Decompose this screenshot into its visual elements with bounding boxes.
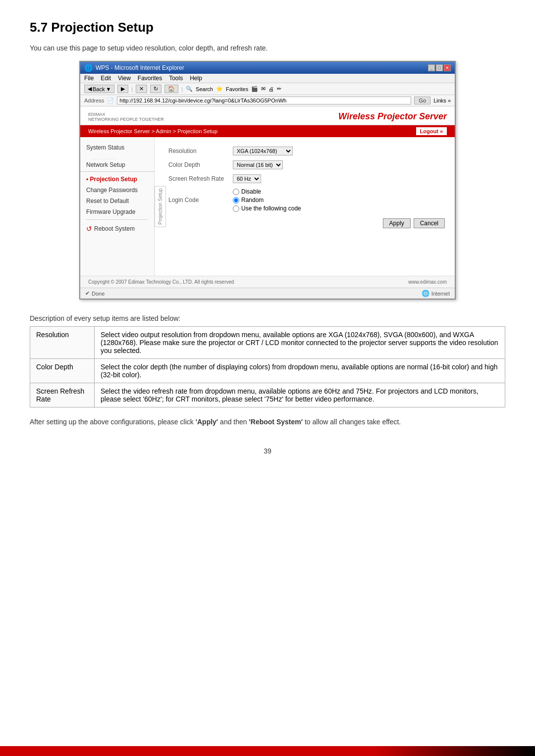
description-section: Description of every setup items are lis… bbox=[30, 314, 505, 407]
footer-right: 🌐 Internet bbox=[392, 290, 450, 297]
sidebar-divider bbox=[86, 219, 148, 220]
intro-text: You can use this page to setup video res… bbox=[30, 44, 505, 52]
radio-custom[interactable] bbox=[233, 205, 239, 212]
radio-custom-item: Use the following code bbox=[233, 205, 441, 212]
stop-button[interactable]: ✕ bbox=[136, 85, 147, 93]
search-icon: 🔍 bbox=[186, 86, 193, 92]
sidebar-item-reset-default[interactable]: Reset to Default bbox=[80, 196, 154, 206]
globe-icon: 🌐 bbox=[422, 290, 429, 297]
radio-custom-label: Use the following code bbox=[241, 205, 301, 212]
breadcrumb: Wireless Projector Server > Admin > Proj… bbox=[88, 128, 217, 134]
refresh-button[interactable]: ↻ bbox=[150, 85, 161, 93]
color-depth-select[interactable]: Normal (16 bit)High (32 bit) bbox=[233, 160, 283, 169]
main-layout: System Status . . . . . . . . Network Se… bbox=[80, 137, 455, 276]
forward-button[interactable]: ▶ bbox=[117, 85, 128, 93]
print-icon: 🖨 bbox=[268, 86, 274, 92]
sidebar: System Status . . . . . . . . Network Se… bbox=[80, 137, 155, 276]
projection-setup-banner: Projection Setup bbox=[155, 186, 166, 227]
login-code-cell: Disable Random Use the following code bbox=[229, 186, 445, 214]
edimax-copyright: Copyright © 2007 Edimax Technology Co., … bbox=[80, 276, 455, 288]
desc-row-color-depth: Color Depth Select the color depth (the … bbox=[30, 359, 505, 383]
menu-file[interactable]: File bbox=[84, 75, 94, 82]
maximize-button[interactable]: □ bbox=[436, 64, 443, 71]
browser-footer: ✔ Done 🌐 Internet bbox=[80, 288, 455, 299]
menu-view[interactable]: View bbox=[118, 75, 131, 82]
resolution-row: Resolution XGA (1024x768)SVGA (800x600)W… bbox=[164, 144, 445, 158]
desc-intro: Description of every setup items are lis… bbox=[30, 314, 505, 322]
status-icon: ✔ bbox=[85, 290, 90, 297]
media-icon: 🎬 bbox=[251, 86, 258, 92]
radio-random[interactable] bbox=[233, 197, 239, 203]
internet-indicator: 🌐 Internet bbox=[422, 290, 450, 297]
refresh-rate-row: Screen Refresh Rate 60 Hz75 Hz bbox=[164, 172, 445, 186]
toolbar-sep2: | bbox=[181, 86, 183, 92]
page-title: 5.7 Projection Setup bbox=[30, 20, 505, 35]
refresh-rate-label: Screen Refresh Rate bbox=[164, 172, 229, 186]
browser-title: WPS - Microsoft Internet Explorer bbox=[96, 64, 184, 71]
sidebar-item-firmware-upgrade[interactable]: Firmware Upgrade bbox=[80, 206, 154, 217]
links-label: Links » bbox=[433, 98, 451, 103]
sidebar-item-system-status[interactable]: System Status bbox=[80, 142, 154, 153]
resolution-select[interactable]: XGA (1024x768)SVGA (800x600)WXGA (1280x7… bbox=[233, 147, 293, 155]
toolbar-sep1: | bbox=[131, 86, 133, 92]
browser-status: ✔ Done bbox=[85, 290, 105, 297]
logout-button[interactable]: Logout » bbox=[416, 127, 447, 135]
menu-help[interactable]: Help bbox=[190, 75, 202, 82]
radio-random-label: Random bbox=[241, 197, 264, 203]
proj-setup-bullet: • bbox=[86, 176, 90, 183]
dropdown-arrow-icon: ▼ bbox=[106, 86, 111, 92]
desc-term-color-depth: Color Depth bbox=[30, 359, 95, 383]
close-button[interactable]: ✕ bbox=[444, 64, 451, 71]
minimize-button[interactable]: _ bbox=[428, 64, 435, 71]
radio-random-item: Random bbox=[233, 197, 441, 203]
login-code-radio-group: Disable Random Use the following code bbox=[233, 188, 441, 212]
edit-icon: ✏ bbox=[277, 86, 281, 92]
menu-favorites[interactable]: Favorites bbox=[138, 75, 162, 82]
desc-text-color-depth: Select the color depth (the number of di… bbox=[95, 359, 505, 383]
description-table: Resolution Select video output resolutio… bbox=[30, 326, 505, 407]
titlebar-buttons[interactable]: _ □ ✕ bbox=[428, 64, 451, 71]
menu-edit[interactable]: Edit bbox=[101, 75, 111, 82]
radio-disable-item: Disable bbox=[233, 188, 441, 195]
color-depth-row: Color Depth Normal (16 bit)High (32 bit) bbox=[164, 158, 445, 172]
browser-address: Address 📄 Go Links » bbox=[80, 95, 455, 106]
home-button[interactable]: 🏠 bbox=[164, 85, 178, 93]
copyright-text: Copyright © 2007 Edimax Technology Co., … bbox=[88, 279, 234, 285]
apply-button[interactable]: Apply bbox=[383, 218, 411, 228]
reboot-label: Reboot System bbox=[94, 225, 135, 232]
sidebar-reboot[interactable]: ↺ Reboot System bbox=[80, 222, 154, 236]
titlebar-left: 🌐 WPS - Microsoft Internet Explorer bbox=[84, 64, 184, 72]
desc-row-refresh-rate: Screen RefreshRate Select the video refr… bbox=[30, 383, 505, 407]
sidebar-item-projection-setup[interactable]: • Projection Setup bbox=[80, 174, 154, 185]
desc-text-refresh-rate: Select the video refresh rate from dropd… bbox=[95, 383, 505, 407]
address-input[interactable] bbox=[117, 97, 411, 104]
browser-toolbar: ◀ Back ▼ ▶ | ✕ ↻ 🏠 | 🔍 Search ⭐ Favorite… bbox=[80, 83, 455, 95]
back-button[interactable]: ◀ Back ▼ bbox=[84, 85, 114, 93]
color-depth-label: Color Depth bbox=[164, 158, 229, 172]
edimax-logo: EDIMAX NETWORKING PEOPLE TOGETHER bbox=[88, 112, 164, 122]
website-text: www.edimax.com bbox=[408, 279, 447, 285]
favorites-label[interactable]: Favorites bbox=[226, 86, 248, 92]
search-label[interactable]: Search bbox=[196, 86, 213, 92]
refresh-rate-select[interactable]: 60 Hz75 Hz bbox=[233, 174, 261, 183]
resolution-label: Resolution bbox=[164, 144, 229, 158]
page-icon: 📄 bbox=[107, 98, 114, 104]
breadcrumb-bar: Wireless Projector Server > Admin > Proj… bbox=[80, 125, 455, 137]
go-button[interactable]: Go bbox=[414, 97, 430, 104]
desc-term-resolution: Resolution bbox=[30, 327, 95, 359]
star-icon: ⭐ bbox=[216, 86, 223, 92]
radio-disable-label: Disable bbox=[241, 188, 261, 195]
sidebar-item-network-setup[interactable]: . . . . . . . . Network Setup bbox=[80, 153, 154, 172]
mail-icon: ✉ bbox=[261, 86, 266, 92]
desc-row-resolution: Resolution Select video output resolutio… bbox=[30, 327, 505, 359]
edimax-content: EDIMAX NETWORKING PEOPLE TOGETHER Wirele… bbox=[80, 106, 455, 288]
back-arrow-icon: ◀ bbox=[88, 86, 92, 92]
menu-tools[interactable]: Tools bbox=[169, 75, 183, 82]
form-table: Resolution XGA (1024x768)SVGA (800x600)W… bbox=[164, 144, 445, 214]
color-depth-cell: Normal (16 bit)High (32 bit) bbox=[229, 158, 445, 172]
radio-disable[interactable] bbox=[233, 189, 239, 195]
status-text: Done bbox=[92, 291, 105, 297]
edimax-header: EDIMAX NETWORKING PEOPLE TOGETHER Wirele… bbox=[80, 106, 455, 125]
cancel-button[interactable]: Cancel bbox=[414, 218, 445, 228]
sidebar-item-change-passwords[interactable]: Change Passwords bbox=[80, 185, 154, 196]
